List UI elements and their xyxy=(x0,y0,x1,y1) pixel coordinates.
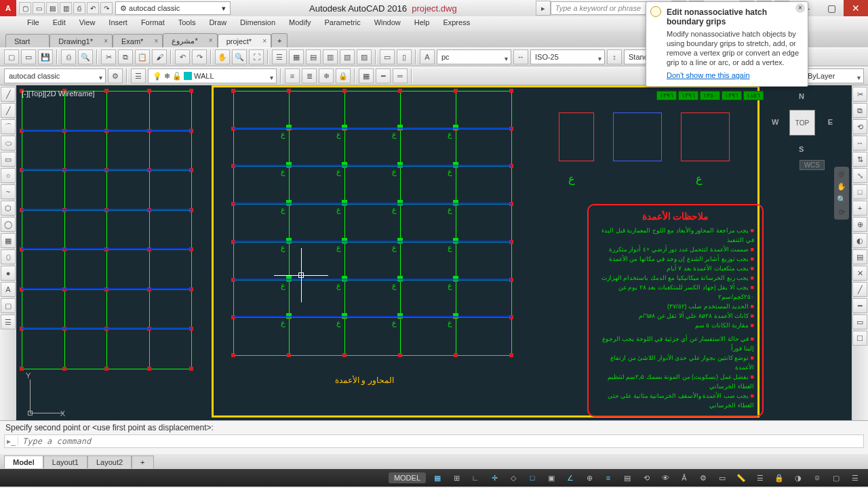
menu-modify[interactable]: Modify xyxy=(282,16,317,31)
text-icon[interactable]: A xyxy=(420,49,435,64)
draw-tool-13[interactable]: ▢ xyxy=(1,298,16,313)
modify-tool-12[interactable]: ╱ xyxy=(852,282,867,297)
close-button[interactable]: ✕ xyxy=(844,0,868,16)
otrack-icon[interactable]: ∠ xyxy=(563,471,578,485)
layout-tab-layout2[interactable]: Layout2 xyxy=(87,455,132,468)
viewcube[interactable]: N S E W TOP xyxy=(772,92,833,153)
plot-icon[interactable]: ⎙ xyxy=(61,49,76,64)
layer-combo[interactable]: 💡❄🔓 WALL xyxy=(148,68,277,83)
draw-tool-12[interactable]: A xyxy=(1,282,16,297)
color-icon[interactable]: ▦ xyxy=(359,68,374,83)
draw-tool-4[interactable]: ▭ xyxy=(1,152,16,167)
tooltip-dismiss-link[interactable]: Don't show me this again xyxy=(667,71,801,79)
modify-tool-15[interactable]: ☐ xyxy=(852,331,867,346)
modify-tool-8[interactable]: ⊕ xyxy=(852,217,867,232)
menu-edit[interactable]: Edit xyxy=(46,16,73,31)
modify-tool-0[interactable]: ✂ xyxy=(852,87,867,102)
qat-saveas-icon[interactable]: ▥ xyxy=(60,2,72,14)
layoff-icon[interactable]: ≣ xyxy=(302,68,317,83)
tab-close-icon[interactable]: × xyxy=(104,37,108,45)
dim-icon[interactable]: ↔ xyxy=(513,49,528,64)
menu-parametric[interactable]: Parametric xyxy=(317,16,367,31)
qat-new-icon[interactable]: ▢ xyxy=(19,2,31,14)
sheetset-icon[interactable]: ▥ xyxy=(323,49,338,64)
modify-tool-11[interactable]: ✕ xyxy=(852,266,867,281)
modify-tool-14[interactable]: ▭ xyxy=(852,314,867,329)
nav-orbit-icon[interactable]: ⟳ xyxy=(839,208,845,217)
ortho-toggle-icon[interactable]: ∟ xyxy=(468,471,483,485)
menu-window[interactable]: Window xyxy=(368,16,408,31)
viewcube-n[interactable]: N xyxy=(799,92,804,100)
qprops-icon[interactable]: ☰ xyxy=(753,471,768,485)
draw-tool-14[interactable]: ☰ xyxy=(1,314,16,329)
isolate-icon[interactable]: ◑ xyxy=(791,471,806,485)
qcalc-icon[interactable]: ▨ xyxy=(357,49,372,64)
workspace-combo[interactable]: ⚙ autocad classic▾ xyxy=(115,1,231,15)
viewport-icon[interactable]: ▯ xyxy=(397,49,412,64)
menu-format[interactable]: Format xyxy=(134,16,172,31)
markup-icon[interactable]: ▧ xyxy=(340,49,355,64)
viewcube-e[interactable]: E xyxy=(828,118,833,126)
menu-view[interactable]: View xyxy=(73,16,102,31)
file-tab[interactable]: Exam*× xyxy=(113,34,163,47)
file-tab[interactable]: project*× xyxy=(218,34,271,47)
viewcube-s[interactable]: S xyxy=(799,145,804,153)
viewcube-top[interactable]: TOP xyxy=(789,110,815,136)
menu-draw[interactable]: Draw xyxy=(202,16,233,31)
window-icon[interactable]: ▭ xyxy=(380,49,395,64)
osnap-toggle-icon[interactable]: □ xyxy=(525,471,540,485)
nav-pan-icon[interactable]: ✋ xyxy=(837,182,846,191)
layfrz-icon[interactable]: ❄ xyxy=(319,68,334,83)
zoom-icon[interactable]: 🔍 xyxy=(232,49,247,64)
annoscale-icon[interactable]: Å xyxy=(677,471,692,485)
add-layout-button[interactable]: + xyxy=(132,455,153,468)
draw-tool-3[interactable]: ⬭ xyxy=(1,136,16,150)
layer-props-icon[interactable]: ☰ xyxy=(131,68,146,83)
clean-icon[interactable]: ▢ xyxy=(829,471,844,485)
cycle-icon[interactable]: ⟲ xyxy=(639,471,654,485)
annomon-icon[interactable]: 👁 xyxy=(658,471,673,485)
lwt-icon[interactable]: ≡ xyxy=(601,471,616,485)
maximize-button[interactable]: ▢ xyxy=(819,0,844,16)
qat-print-icon[interactable]: ⎙ xyxy=(73,2,85,14)
dcenter-icon[interactable]: ▦ xyxy=(289,49,304,64)
modify-tool-6[interactable]: □ xyxy=(852,184,867,199)
tab-close-icon[interactable]: × xyxy=(262,37,267,45)
zoomext-icon[interactable]: ⛶ xyxy=(249,49,264,64)
iso-toggle-icon[interactable]: ◇ xyxy=(506,471,521,485)
modify-tool-5[interactable]: ⤡ xyxy=(852,168,867,183)
cmd-prompt-icon[interactable]: ▸_ xyxy=(5,436,18,446)
modify-tool-4[interactable]: ⇅ xyxy=(852,152,867,167)
nav-wheel-icon[interactable]: ◎ xyxy=(838,169,845,178)
custom-icon[interactable]: ☰ xyxy=(848,471,863,485)
trans-icon[interactable]: ▤ xyxy=(620,471,635,485)
cut-icon[interactable]: ✂ xyxy=(101,49,116,64)
menu-insert[interactable]: Insert xyxy=(102,16,134,31)
snap-toggle-icon[interactable]: ⊞ xyxy=(449,471,464,485)
file-tab[interactable]: Drawing1*× xyxy=(50,34,113,47)
toolpal-icon[interactable]: ▤ xyxy=(306,49,321,64)
undo-icon[interactable]: ↶ xyxy=(175,49,190,64)
ltype-icon[interactable]: ━ xyxy=(376,68,391,83)
modify-tool-2[interactable]: ⟲ xyxy=(852,119,867,134)
modify-tool-9[interactable]: ◐ xyxy=(852,233,867,248)
lweight-icon[interactable]: ═ xyxy=(393,68,408,83)
3dosnap-icon[interactable]: ▣ xyxy=(544,471,559,485)
menu-file[interactable]: File xyxy=(20,16,46,31)
copy-icon[interactable]: ⧉ xyxy=(118,49,133,64)
save-icon[interactable]: 💾 xyxy=(38,49,53,64)
app-logo[interactable]: A xyxy=(0,0,16,16)
modify-tool-10[interactable]: ▤ xyxy=(852,249,867,264)
ws-icon[interactable]: ⚙ xyxy=(696,471,711,485)
qat-redo-icon[interactable]: ↷ xyxy=(100,2,113,14)
layout-tab-layout1[interactable]: Layout1 xyxy=(43,455,87,468)
props-icon[interactable]: ☰ xyxy=(272,49,287,64)
match-icon[interactable]: 🖌 xyxy=(152,49,167,64)
viewport-label[interactable]: [-][Top][2D Wireframe] xyxy=(22,89,95,98)
cmd-combo[interactable]: pc xyxy=(437,49,511,64)
lock-ui-icon[interactable]: 🔒 xyxy=(772,471,787,485)
monitor-icon[interactable]: ▭ xyxy=(715,471,730,485)
menu-express[interactable]: Express xyxy=(436,16,477,31)
draw-tool-0[interactable]: ╱ xyxy=(1,87,16,102)
draw-tool-6[interactable]: ~ xyxy=(1,184,16,199)
